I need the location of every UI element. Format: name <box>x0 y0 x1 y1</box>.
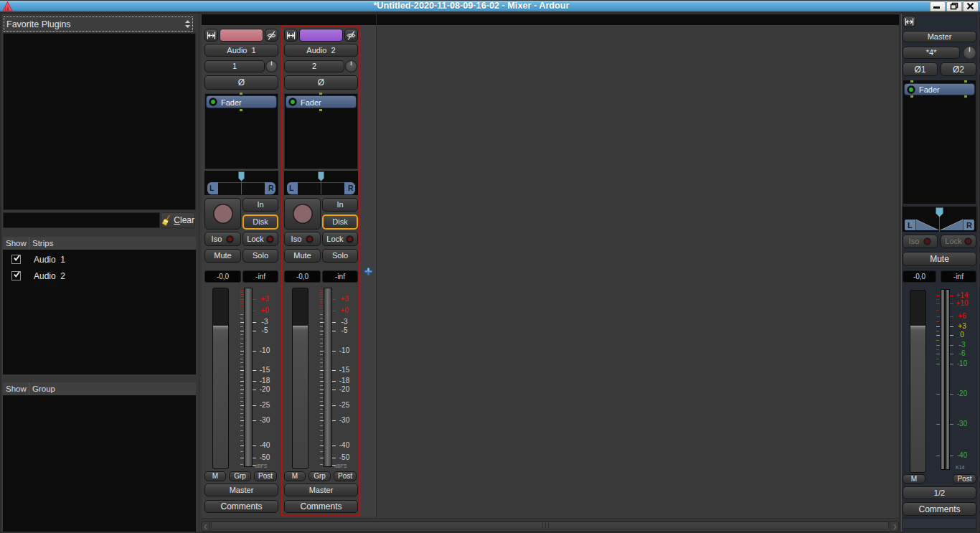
svg-text:L: L <box>908 221 913 230</box>
svg-text:R: R <box>966 221 972 230</box>
